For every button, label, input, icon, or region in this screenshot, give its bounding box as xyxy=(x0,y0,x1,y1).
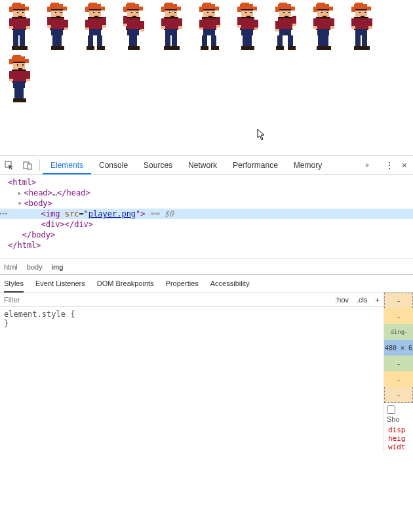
svg-rect-100 xyxy=(165,29,177,35)
cls-toggle[interactable]: .cls xyxy=(353,296,372,304)
svg-rect-8 xyxy=(18,16,22,17)
subtab-dom-breakpoints[interactable]: DOM Breakpoints xyxy=(97,274,154,293)
subtab-properties[interactable]: Properties xyxy=(166,274,199,293)
svg-rect-159 xyxy=(275,21,279,29)
show-all-row[interactable]: Sho xyxy=(384,403,413,426)
svg-rect-81 xyxy=(132,35,137,47)
prop-width[interactable]: widt xyxy=(388,443,413,451)
svg-rect-70 xyxy=(136,12,138,13)
img-src-value[interactable]: player.png xyxy=(88,209,136,218)
tab-memory[interactable]: Memory xyxy=(286,156,330,174)
dom-head[interactable]: <head> xyxy=(24,188,52,197)
tab-elements[interactable]: Elements xyxy=(43,156,91,174)
subtab-accessibility[interactable]: Accessibility xyxy=(210,274,250,293)
svg-rect-28 xyxy=(60,12,62,13)
styles-subtabs: Styles Event Listeners DOM Breakpoints P… xyxy=(0,274,413,293)
sprite-frame xyxy=(344,3,380,54)
crumb-body[interactable]: body xyxy=(27,263,43,271)
style-rules[interactable]: element.style { } xyxy=(0,307,384,331)
svg-rect-69 xyxy=(131,12,132,13)
sprite-frame xyxy=(1,55,38,106)
svg-rect-62 xyxy=(97,46,105,50)
border-bottom: - xyxy=(397,375,401,384)
svg-rect-6 xyxy=(17,12,18,13)
svg-rect-169 xyxy=(313,7,317,12)
svg-rect-73 xyxy=(126,17,140,18)
devtools-tabs: ElementsConsoleSourcesNetworkPerformance… xyxy=(43,156,330,174)
svg-rect-108 xyxy=(203,3,211,5)
svg-rect-61 xyxy=(87,46,94,50)
svg-rect-228 xyxy=(18,88,24,100)
dom-div[interactable]: <div></div> xyxy=(41,220,93,229)
dom-tree[interactable]: <html> ▸<head>…</head> ▾<body> <img src=… xyxy=(0,174,413,258)
svg-rect-209 xyxy=(362,46,370,50)
svg-rect-127 xyxy=(237,7,241,12)
svg-rect-78 xyxy=(140,29,144,31)
tabs-overflow-icon[interactable]: » xyxy=(361,161,374,169)
svg-rect-106 xyxy=(199,7,203,12)
svg-rect-110 xyxy=(203,9,215,10)
dom-head-close: </head> xyxy=(57,188,90,197)
padding-bottom: - xyxy=(397,359,401,368)
sprite-frame xyxy=(153,3,190,54)
computed-sidebar: - - ding- 480 × 6 - - - Sho disp heig wi… xyxy=(384,293,413,451)
crumb-img[interactable]: img xyxy=(52,263,64,271)
prop-display[interactable]: disp xyxy=(388,426,413,434)
svg-rect-9 xyxy=(12,17,26,29)
show-all-checkbox[interactable] xyxy=(387,405,395,414)
svg-rect-90 xyxy=(169,12,170,13)
svg-rect-201 xyxy=(351,18,355,26)
tab-performance[interactable]: Performance xyxy=(225,156,286,174)
more-menu-icon[interactable]: ⋮ xyxy=(383,160,396,171)
styles-filter-input[interactable] xyxy=(0,296,331,304)
svg-rect-129 xyxy=(241,3,249,5)
svg-rect-29 xyxy=(56,16,60,17)
svg-rect-68 xyxy=(127,9,139,10)
svg-rect-18 xyxy=(20,35,25,47)
device-toggle-icon[interactable] xyxy=(18,156,37,174)
new-rule-button[interactable]: + xyxy=(372,296,384,304)
subtab-event-listeners[interactable]: Event Listeners xyxy=(35,274,85,293)
svg-rect-181 xyxy=(313,26,317,29)
devtools-close-icon[interactable]: × xyxy=(396,159,413,171)
svg-rect-16 xyxy=(13,29,25,35)
svg-rect-175 xyxy=(326,12,328,13)
subtab-styles[interactable]: Styles xyxy=(4,274,24,293)
tab-sources[interactable]: Sources xyxy=(136,156,180,174)
svg-rect-199 xyxy=(354,17,368,18)
svg-rect-180 xyxy=(313,18,317,26)
svg-rect-19 xyxy=(12,46,20,50)
svg-rect-192 xyxy=(355,3,363,5)
svg-rect-141 xyxy=(254,28,258,30)
svg-rect-118 xyxy=(199,28,203,30)
hov-toggle[interactable]: :hov xyxy=(331,296,353,304)
tab-network[interactable]: Network xyxy=(180,156,225,174)
svg-rect-156 xyxy=(278,17,292,29)
prop-height[interactable]: heig xyxy=(388,434,413,443)
svg-rect-195 xyxy=(359,12,361,13)
svg-rect-211 xyxy=(9,59,13,64)
svg-rect-113 xyxy=(208,16,212,17)
dom-html-open[interactable]: <html> xyxy=(8,178,36,187)
crumb-html[interactable]: html xyxy=(4,263,18,271)
sprite-frame xyxy=(77,3,114,54)
svg-rect-39 xyxy=(56,35,62,47)
dom-html-close: </html> xyxy=(8,241,41,250)
svg-rect-123 xyxy=(211,35,216,47)
svg-rect-5 xyxy=(13,9,25,10)
box-model[interactable]: - - ding- 480 × 6 - - - xyxy=(384,293,413,403)
dom-body[interactable]: <body> xyxy=(24,199,52,208)
inspect-icon[interactable] xyxy=(0,156,18,174)
svg-rect-41 xyxy=(56,46,64,50)
svg-rect-166 xyxy=(276,46,284,50)
svg-rect-3 xyxy=(13,3,21,5)
expand-arrow-icon[interactable]: ▸ xyxy=(17,188,24,198)
dom-selected-img[interactable]: <img src="player.png"> == $0 xyxy=(0,209,413,219)
svg-rect-43 xyxy=(85,7,89,12)
breadcrumb: html body img xyxy=(0,258,413,274)
collapse-arrow-icon[interactable]: ▾ xyxy=(17,198,24,209)
svg-rect-56 xyxy=(102,17,106,25)
svg-rect-49 xyxy=(98,12,100,13)
svg-rect-115 xyxy=(202,17,216,18)
tab-console[interactable]: Console xyxy=(91,156,136,174)
